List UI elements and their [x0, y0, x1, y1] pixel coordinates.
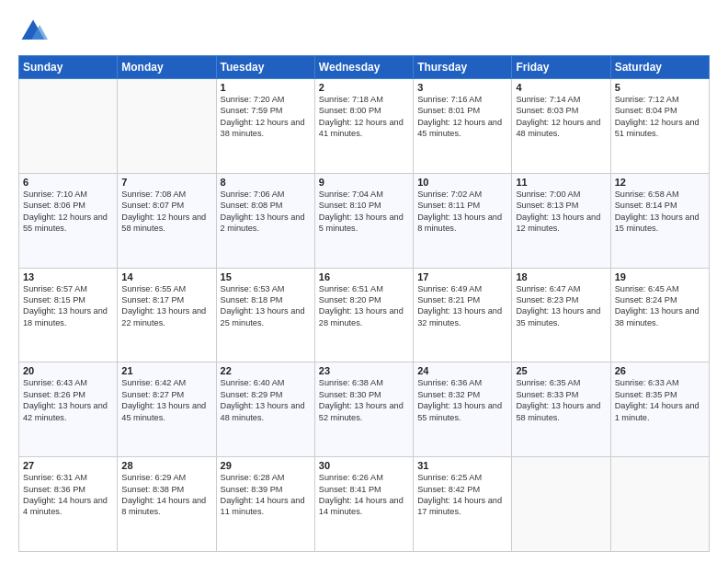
day-number: 17 — [417, 271, 507, 282]
day-number: 4 — [516, 82, 606, 93]
calendar-cell: 10Sunrise: 7:02 AM Sunset: 8:11 PM Dayli… — [414, 173, 512, 268]
calendar-cell: 11Sunrise: 7:00 AM Sunset: 8:13 PM Dayli… — [512, 173, 610, 268]
cell-text: Sunrise: 7:06 AM Sunset: 8:08 PM Dayligh… — [221, 189, 311, 235]
cell-text: Sunrise: 6:40 AM Sunset: 8:29 PM Dayligh… — [221, 377, 311, 423]
day-number: 7 — [121, 177, 211, 188]
weekday-header-monday: Monday — [118, 56, 216, 79]
day-number: 10 — [417, 177, 507, 188]
calendar-cell: 23Sunrise: 6:38 AM Sunset: 8:30 PM Dayli… — [314, 362, 413, 457]
cell-text: Sunrise: 6:43 AM Sunset: 8:26 PM Dayligh… — [23, 377, 113, 423]
day-number: 5 — [615, 82, 705, 93]
calendar-cell: 2Sunrise: 7:18 AM Sunset: 8:00 PM Daylig… — [314, 79, 413, 174]
cell-text: Sunrise: 6:25 AM Sunset: 8:42 PM Dayligh… — [417, 472, 507, 518]
weekday-header-wednesday: Wednesday — [314, 56, 413, 79]
calendar-cell: 8Sunrise: 7:06 AM Sunset: 8:08 PM Daylig… — [216, 173, 314, 268]
cell-text: Sunrise: 6:38 AM Sunset: 8:30 PM Dayligh… — [319, 377, 409, 423]
day-number: 11 — [516, 177, 606, 188]
calendar-cell: 29Sunrise: 6:28 AM Sunset: 8:39 PM Dayli… — [216, 457, 314, 552]
calendar-cell: 21Sunrise: 6:42 AM Sunset: 8:27 PM Dayli… — [118, 362, 216, 457]
calendar-cell: 7Sunrise: 7:08 AM Sunset: 8:07 PM Daylig… — [118, 173, 216, 268]
cell-text: Sunrise: 6:51 AM Sunset: 8:20 PM Dayligh… — [319, 283, 409, 329]
cell-text: Sunrise: 6:28 AM Sunset: 8:39 PM Dayligh… — [221, 472, 311, 518]
calendar-week-row: 6Sunrise: 7:10 AM Sunset: 8:06 PM Daylig… — [19, 173, 710, 268]
logo-icon — [18, 17, 48, 46]
cell-text: Sunrise: 6:47 AM Sunset: 8:23 PM Dayligh… — [516, 283, 606, 329]
cell-text: Sunrise: 6:35 AM Sunset: 8:33 PM Dayligh… — [516, 377, 606, 423]
logo — [18, 17, 51, 46]
day-number: 21 — [121, 365, 211, 376]
calendar-cell — [610, 457, 709, 552]
cell-text: Sunrise: 6:55 AM Sunset: 8:17 PM Dayligh… — [121, 283, 211, 329]
header — [18, 17, 710, 46]
day-number: 1 — [221, 82, 311, 93]
calendar-cell: 5Sunrise: 7:12 AM Sunset: 8:04 PM Daylig… — [610, 79, 709, 174]
calendar-cell: 30Sunrise: 6:26 AM Sunset: 8:41 PM Dayli… — [314, 457, 413, 552]
calendar-cell: 19Sunrise: 6:45 AM Sunset: 8:24 PM Dayli… — [610, 268, 709, 362]
calendar-cell: 1Sunrise: 7:20 AM Sunset: 7:59 PM Daylig… — [216, 79, 314, 174]
day-number: 23 — [319, 365, 409, 376]
day-number: 20 — [23, 365, 113, 376]
weekday-header-friday: Friday — [512, 56, 610, 79]
calendar-cell — [512, 457, 610, 552]
weekday-header-thursday: Thursday — [414, 56, 512, 79]
cell-text: Sunrise: 6:45 AM Sunset: 8:24 PM Dayligh… — [615, 283, 705, 329]
cell-text: Sunrise: 6:53 AM Sunset: 8:18 PM Dayligh… — [221, 283, 311, 329]
day-number: 9 — [319, 177, 409, 188]
cell-text: Sunrise: 7:20 AM Sunset: 7:59 PM Dayligh… — [221, 94, 311, 140]
cell-text: Sunrise: 7:14 AM Sunset: 8:03 PM Dayligh… — [516, 94, 606, 140]
day-number: 26 — [615, 365, 705, 376]
day-number: 30 — [319, 460, 409, 471]
calendar-body: 1Sunrise: 7:20 AM Sunset: 7:59 PM Daylig… — [19, 79, 710, 552]
day-number: 13 — [23, 271, 113, 282]
day-number: 2 — [319, 82, 409, 93]
calendar-cell: 4Sunrise: 7:14 AM Sunset: 8:03 PM Daylig… — [512, 79, 610, 174]
calendar-week-row: 1Sunrise: 7:20 AM Sunset: 7:59 PM Daylig… — [19, 79, 710, 174]
day-number: 14 — [121, 271, 211, 282]
day-number: 3 — [417, 82, 507, 93]
calendar-cell: 25Sunrise: 6:35 AM Sunset: 8:33 PM Dayli… — [512, 362, 610, 457]
cell-text: Sunrise: 6:49 AM Sunset: 8:21 PM Dayligh… — [417, 283, 507, 329]
calendar-cell: 16Sunrise: 6:51 AM Sunset: 8:20 PM Dayli… — [314, 268, 413, 362]
day-number: 28 — [121, 460, 211, 471]
calendar-cell: 28Sunrise: 6:29 AM Sunset: 8:38 PM Dayli… — [118, 457, 216, 552]
calendar-cell: 13Sunrise: 6:57 AM Sunset: 8:15 PM Dayli… — [19, 268, 118, 362]
weekday-header-sunday: Sunday — [19, 56, 118, 79]
day-number: 16 — [319, 271, 409, 282]
calendar-cell: 27Sunrise: 6:31 AM Sunset: 8:36 PM Dayli… — [19, 457, 118, 552]
calendar-week-row: 20Sunrise: 6:43 AM Sunset: 8:26 PM Dayli… — [19, 362, 710, 457]
day-number: 19 — [615, 271, 705, 282]
cell-text: Sunrise: 7:10 AM Sunset: 8:06 PM Dayligh… — [23, 189, 113, 235]
calendar-cell: 24Sunrise: 6:36 AM Sunset: 8:32 PM Dayli… — [414, 362, 512, 457]
calendar-cell: 20Sunrise: 6:43 AM Sunset: 8:26 PM Dayli… — [19, 362, 118, 457]
calendar-cell: 31Sunrise: 6:25 AM Sunset: 8:42 PM Dayli… — [414, 457, 512, 552]
day-number: 29 — [221, 460, 311, 471]
cell-text: Sunrise: 7:00 AM Sunset: 8:13 PM Dayligh… — [516, 189, 606, 235]
day-number: 12 — [615, 177, 705, 188]
cell-text: Sunrise: 6:58 AM Sunset: 8:14 PM Dayligh… — [615, 189, 705, 235]
day-number: 6 — [23, 177, 113, 188]
cell-text: Sunrise: 6:36 AM Sunset: 8:32 PM Dayligh… — [417, 377, 507, 423]
cell-text: Sunrise: 7:12 AM Sunset: 8:04 PM Dayligh… — [615, 94, 705, 140]
cell-text: Sunrise: 6:26 AM Sunset: 8:41 PM Dayligh… — [319, 472, 409, 518]
calendar-cell: 6Sunrise: 7:10 AM Sunset: 8:06 PM Daylig… — [19, 173, 118, 268]
calendar-table: SundayMondayTuesdayWednesdayThursdayFrid… — [18, 55, 710, 552]
cell-text: Sunrise: 6:31 AM Sunset: 8:36 PM Dayligh… — [23, 472, 113, 518]
calendar-week-row: 13Sunrise: 6:57 AM Sunset: 8:15 PM Dayli… — [19, 268, 710, 362]
cell-text: Sunrise: 6:57 AM Sunset: 8:15 PM Dayligh… — [23, 283, 113, 329]
calendar-cell: 3Sunrise: 7:16 AM Sunset: 8:01 PM Daylig… — [414, 79, 512, 174]
weekday-header-row: SundayMondayTuesdayWednesdayThursdayFrid… — [19, 56, 710, 79]
calendar-cell: 12Sunrise: 6:58 AM Sunset: 8:14 PM Dayli… — [610, 173, 709, 268]
calendar-cell: 22Sunrise: 6:40 AM Sunset: 8:29 PM Dayli… — [216, 362, 314, 457]
weekday-header-tuesday: Tuesday — [216, 56, 314, 79]
day-number: 24 — [417, 365, 507, 376]
cell-text: Sunrise: 6:42 AM Sunset: 8:27 PM Dayligh… — [121, 377, 211, 423]
day-number: 27 — [23, 460, 113, 471]
calendar-cell: 26Sunrise: 6:33 AM Sunset: 8:35 PM Dayli… — [610, 362, 709, 457]
cell-text: Sunrise: 6:33 AM Sunset: 8:35 PM Dayligh… — [615, 377, 705, 423]
day-number: 18 — [516, 271, 606, 282]
day-number: 8 — [221, 177, 311, 188]
day-number: 25 — [516, 365, 606, 376]
calendar-cell — [118, 79, 216, 174]
cell-text: Sunrise: 7:18 AM Sunset: 8:00 PM Dayligh… — [319, 94, 409, 140]
calendar-cell — [19, 79, 118, 174]
